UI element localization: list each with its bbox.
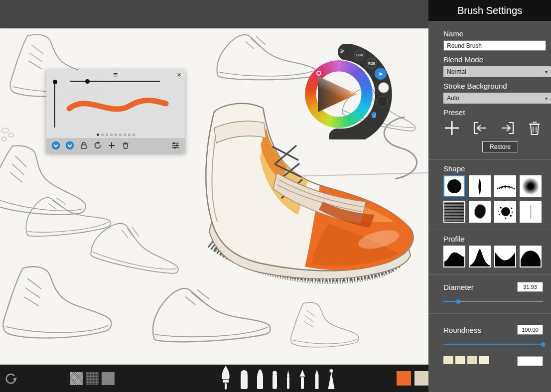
- page-dot[interactable]: [101, 133, 104, 136]
- vertical-slider[interactable]: [54, 81, 55, 128]
- shape-tile-stipple-arc[interactable]: [494, 175, 516, 197]
- page-dot[interactable]: [106, 133, 108, 136]
- drag-handle-icon[interactable]: ≡: [114, 72, 118, 77]
- play-button[interactable]: ▶: [375, 68, 387, 80]
- airbrush-tool-icon[interactable]: [327, 369, 335, 390]
- horizontal-slider-knob[interactable]: [85, 79, 90, 84]
- secondary-color-swatch[interactable]: [414, 371, 429, 386]
- shape-tile-round[interactable]: [443, 175, 465, 197]
- page-dot[interactable]: [133, 133, 135, 136]
- divider: [428, 274, 551, 275]
- dark-color-button[interactable]: [377, 96, 388, 107]
- partial-next-section: [443, 356, 543, 366]
- fine-liner-tool-icon[interactable]: [285, 369, 291, 390]
- brush-tool-row: [219, 365, 335, 390]
- add-icon[interactable]: [107, 141, 116, 150]
- preset-actions: [443, 120, 542, 136]
- play-icon: ▶: [380, 71, 383, 76]
- chisel-marker-tool-icon[interactable]: [256, 369, 264, 390]
- hsb-button[interactable]: HSB: [354, 49, 365, 60]
- shape-tile-taper[interactable]: [469, 175, 491, 197]
- settings-sliders-icon[interactable]: [171, 141, 180, 150]
- small-marker-tool-icon[interactable]: [272, 369, 278, 390]
- app-window: ≡ × ≡ HSB RGB ▶: [0, 0, 551, 392]
- brush-settings-sidebar: Brush Settings Name Blend Mode Normal ▾ …: [428, 0, 551, 392]
- profile-tile-spike[interactable]: [469, 246, 491, 267]
- roundness-slider[interactable]: [443, 342, 543, 346]
- preset-label: Preset: [443, 108, 551, 117]
- collapse-icon[interactable]: [65, 141, 74, 150]
- roundness-value-box[interactable]: 100.00: [517, 325, 543, 335]
- horizontal-slider[interactable]: [70, 81, 160, 82]
- reset-rotate-icon[interactable]: [93, 141, 102, 150]
- page-dot[interactable]: [97, 133, 99, 136]
- page-dot[interactable]: [119, 133, 122, 136]
- diameter-value-box[interactable]: 31.93: [517, 282, 543, 292]
- partial-value-box[interactable]: [517, 356, 543, 366]
- collapse-icon[interactable]: [51, 141, 60, 150]
- close-icon[interactable]: ×: [177, 70, 181, 79]
- stroke-preview: [65, 92, 170, 122]
- texture-swatch[interactable]: [70, 372, 83, 385]
- undo-icon[interactable]: [4, 372, 17, 385]
- brush-name-input[interactable]: [443, 40, 546, 51]
- fountain-pen-tool-icon[interactable]: [298, 369, 306, 390]
- diameter-slider-knob[interactable]: [456, 299, 461, 304]
- texture-swatch[interactable]: [102, 372, 115, 385]
- hand-icon: [370, 110, 379, 119]
- sidebar-title: Brush Settings: [428, 0, 551, 21]
- pan-hand-button[interactable]: [369, 110, 379, 120]
- brush-preview-panel[interactable]: ≡ ×: [46, 70, 185, 153]
- profile-grid: [443, 246, 543, 267]
- hue-selector[interactable]: [316, 71, 321, 76]
- roundness-slider-knob[interactable]: [541, 342, 546, 347]
- page-dots[interactable]: [46, 133, 185, 136]
- page-dot[interactable]: [115, 133, 117, 136]
- import-preset-icon[interactable]: [472, 120, 488, 136]
- round-marker-tool-icon[interactable]: [240, 369, 249, 390]
- paintbrush-tool-icon[interactable]: [219, 365, 232, 390]
- blend-mode-label: Blend Mode: [443, 55, 551, 64]
- color-wheel-widget: ≡ HSB RGB ▶: [298, 44, 404, 139]
- divider: [428, 313, 551, 314]
- shape-tile-splatter[interactable]: [494, 201, 516, 223]
- partial-swatches[interactable]: [443, 356, 489, 364]
- profile-tile-skew[interactable]: [443, 246, 465, 267]
- shape-tile-noise[interactable]: [443, 201, 465, 223]
- export-preset-icon[interactable]: [500, 120, 516, 136]
- name-label: Name: [443, 29, 551, 38]
- shape-grid: [443, 175, 543, 223]
- restore-button[interactable]: Restore: [482, 141, 518, 152]
- profile-tile-dome[interactable]: [520, 246, 542, 267]
- shape-tile-faint-line[interactable]: [520, 201, 542, 223]
- page-dot[interactable]: [128, 133, 131, 136]
- stroke-background-value: Auto: [447, 95, 459, 102]
- active-color-swatch[interactable]: [397, 371, 411, 386]
- rgb-button[interactable]: RGB: [366, 58, 377, 69]
- pencil-tool-icon[interactable]: [314, 369, 320, 390]
- diameter-label: Diameter: [443, 283, 474, 291]
- shape-tile-soft-round[interactable]: [520, 175, 542, 197]
- divider: [428, 230, 551, 230]
- stroke-background-dropdown[interactable]: Auto ▾: [443, 93, 551, 104]
- divider: [428, 159, 551, 160]
- rgb-label: RGB: [368, 62, 375, 65]
- delete-icon[interactable]: [121, 141, 130, 150]
- texture-swatch[interactable]: [86, 372, 99, 385]
- add-preset-icon[interactable]: [443, 120, 460, 136]
- profile-tile-valley[interactable]: [494, 246, 516, 267]
- shape-tile-blob[interactable]: [469, 201, 491, 223]
- blend-mode-dropdown[interactable]: Normal ▾: [443, 66, 551, 77]
- white-color-button[interactable]: [378, 82, 389, 93]
- lock-icon[interactable]: [79, 141, 88, 150]
- page-dot[interactable]: [110, 133, 113, 136]
- color-selector[interactable]: [350, 90, 354, 94]
- page-dot[interactable]: [124, 133, 126, 136]
- chevron-down-icon: ▾: [545, 96, 548, 101]
- chevron-down-icon: ▾: [545, 69, 548, 75]
- diameter-slider[interactable]: [443, 299, 543, 303]
- delete-preset-icon[interactable]: [527, 120, 542, 136]
- vertical-slider-knob[interactable]: [53, 80, 57, 84]
- hsb-label: HSB: [356, 53, 363, 57]
- top-strip: [0, 0, 428, 28]
